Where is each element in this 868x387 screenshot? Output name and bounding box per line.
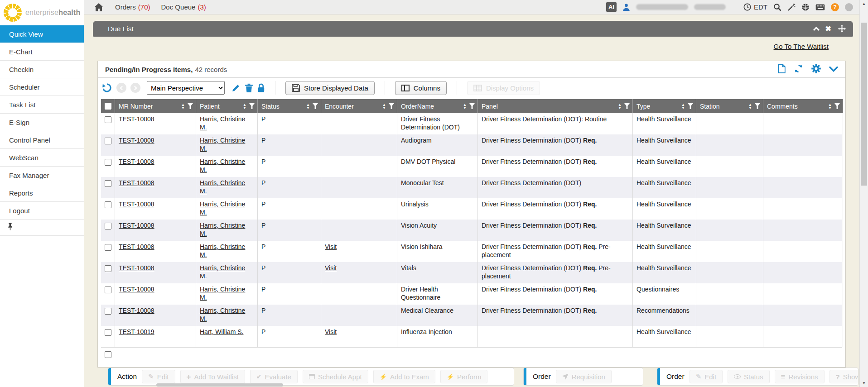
- mr-number-link[interactable]: TEST-10008: [119, 307, 154, 314]
- row-checkbox[interactable]: [105, 159, 111, 166]
- collapse-icon[interactable]: [813, 27, 820, 33]
- sort-icon[interactable]: ▲▼: [382, 103, 386, 110]
- row-checkbox[interactable]: [105, 265, 111, 272]
- gear-icon[interactable]: [811, 64, 821, 75]
- globe-icon[interactable]: [801, 3, 810, 11]
- patient-link[interactable]: Hart, William S.: [200, 328, 243, 335]
- sidebar-item-reports[interactable]: Reports: [0, 184, 84, 202]
- profile-circle-icon[interactable]: [845, 3, 853, 11]
- filter-icon[interactable]: [624, 103, 630, 109]
- mr-number-link[interactable]: TEST-10008: [119, 158, 154, 165]
- home-icon[interactable]: [94, 3, 103, 11]
- sidebar-item-task-list[interactable]: Task List: [0, 96, 84, 114]
- search-icon[interactable]: [773, 3, 781, 11]
- move-icon[interactable]: [838, 25, 846, 33]
- undo-icon[interactable]: [101, 82, 112, 93]
- sidebar-item-webscan[interactable]: WebScan: [0, 149, 84, 167]
- mr-number-link[interactable]: TEST-10008: [119, 115, 154, 123]
- sidebar-item-e-chart[interactable]: E-Chart: [0, 43, 84, 61]
- visit-link[interactable]: Visit: [325, 328, 337, 335]
- column-header-status[interactable]: Status▲▼: [258, 99, 321, 113]
- patient-link[interactable]: Harris, Christine M.: [200, 222, 245, 237]
- delete-perspective-icon[interactable]: [245, 83, 253, 93]
- row-checkbox[interactable]: [105, 351, 111, 358]
- patient-link[interactable]: Harris, Christine M.: [200, 243, 245, 258]
- mr-number-link[interactable]: TEST-10008: [119, 264, 154, 272]
- row-checkbox[interactable]: [105, 201, 111, 208]
- go-to-waitlist-link[interactable]: Go To The Waitlist: [774, 43, 829, 50]
- patient-link[interactable]: Harris, Christine M.: [200, 179, 245, 195]
- nav-doc-queue[interactable]: Doc Queue(3): [161, 3, 206, 11]
- visit-link[interactable]: Visit: [325, 243, 337, 250]
- row-checkbox[interactable]: [105, 329, 111, 336]
- sort-icon[interactable]: ▲▼: [463, 103, 467, 110]
- sidebar-item-control-panel[interactable]: Control Panel: [0, 131, 84, 149]
- scroll-down-arrow[interactable]: ▼: [860, 379, 868, 387]
- nav-orders[interactable]: Orders(70): [115, 3, 150, 11]
- help-icon[interactable]: ?: [831, 3, 839, 11]
- filter-icon[interactable]: [688, 103, 693, 109]
- column-header-mr-number[interactable]: MR Number▲▼: [115, 99, 196, 113]
- mr-number-link[interactable]: TEST-10008: [119, 137, 154, 144]
- mr-number-link[interactable]: TEST-10008: [119, 179, 154, 186]
- sidebar-item-logout[interactable]: Logout: [0, 202, 84, 220]
- mr-number-link[interactable]: TEST-10008: [119, 243, 154, 250]
- refresh-icon[interactable]: [794, 64, 803, 75]
- pin-icon[interactable]: [7, 223, 13, 232]
- visit-link[interactable]: Visit: [325, 264, 337, 272]
- keyboard-icon[interactable]: [815, 4, 825, 10]
- sidebar-item-scheduler[interactable]: Scheduler: [0, 78, 84, 96]
- select-all-checkbox[interactable]: [105, 103, 111, 110]
- column-header-ordername[interactable]: OrderName▲▼: [397, 99, 478, 113]
- filter-icon[interactable]: [755, 103, 760, 109]
- new-document-icon[interactable]: [778, 64, 786, 75]
- mr-number-link[interactable]: TEST-10008: [119, 286, 154, 293]
- filter-icon[interactable]: [313, 103, 318, 109]
- patient-link[interactable]: Harris, Christine M.: [200, 158, 245, 173]
- sidebar-item-checkin[interactable]: Checkin: [0, 61, 84, 78]
- sidebar-item-quick-view[interactable]: Quick View: [0, 25, 84, 43]
- filter-icon[interactable]: [469, 103, 475, 109]
- sort-icon[interactable]: ▲▼: [828, 103, 832, 110]
- row-checkbox[interactable]: [105, 180, 111, 187]
- columns-button[interactable]: Columns: [395, 81, 447, 95]
- vertical-scrollbar-thumb[interactable]: [861, 23, 867, 186]
- store-displayed-data-button[interactable]: Store Displayed Data: [285, 81, 375, 95]
- column-header-station[interactable]: Station▲▼: [696, 99, 763, 113]
- wand-icon[interactable]: [787, 3, 796, 11]
- perspective-select[interactable]: Main Perspective: [147, 81, 225, 95]
- row-checkbox[interactable]: [105, 287, 111, 293]
- app-logo[interactable]: enterprisehealth: [0, 0, 84, 25]
- mr-number-link[interactable]: TEST-10019: [119, 328, 154, 335]
- mr-number-link[interactable]: TEST-10008: [119, 201, 154, 208]
- sort-icon[interactable]: ▲▼: [243, 103, 246, 110]
- patient-link[interactable]: Harris, Christine M.: [200, 115, 245, 131]
- column-header-comments[interactable]: Comments▲▼: [763, 99, 843, 113]
- column-header-patient[interactable]: Patient▲▼: [196, 99, 258, 113]
- sort-icon[interactable]: ▲▼: [306, 103, 310, 110]
- row-checkbox[interactable]: [105, 138, 111, 144]
- chevron-down-icon[interactable]: [829, 66, 838, 73]
- column-header-type[interactable]: Type▲▼: [633, 99, 696, 113]
- filter-icon[interactable]: [188, 103, 193, 109]
- lock-icon[interactable]: [257, 83, 265, 93]
- edit-perspective-icon[interactable]: [231, 83, 241, 93]
- sidebar-item-e-sign[interactable]: E-Sign: [0, 114, 84, 131]
- horizontal-scrollbar-thumb[interactable]: [156, 383, 283, 387]
- sort-icon[interactable]: ▲▼: [748, 103, 752, 110]
- filter-icon[interactable]: [389, 103, 394, 109]
- close-icon[interactable]: ✖: [825, 25, 831, 33]
- patient-link[interactable]: Harris, Christine M.: [200, 286, 245, 301]
- sort-icon[interactable]: ▲▼: [181, 103, 185, 110]
- sort-icon[interactable]: ▲▼: [618, 103, 622, 110]
- filter-icon[interactable]: [249, 103, 255, 109]
- row-checkbox[interactable]: [105, 244, 111, 251]
- sidebar-item-fax-manager[interactable]: Fax Manager: [0, 167, 84, 184]
- column-header-panel[interactable]: Panel▲▼: [478, 99, 633, 113]
- filter-icon[interactable]: [834, 103, 840, 109]
- scroll-up-arrow[interactable]: ▲: [860, 0, 868, 8]
- patient-link[interactable]: Harris, Christine M.: [200, 264, 245, 280]
- user-icon[interactable]: [622, 3, 630, 11]
- row-checkbox[interactable]: [105, 223, 111, 229]
- patient-link[interactable]: Harris, Christine M.: [200, 137, 245, 152]
